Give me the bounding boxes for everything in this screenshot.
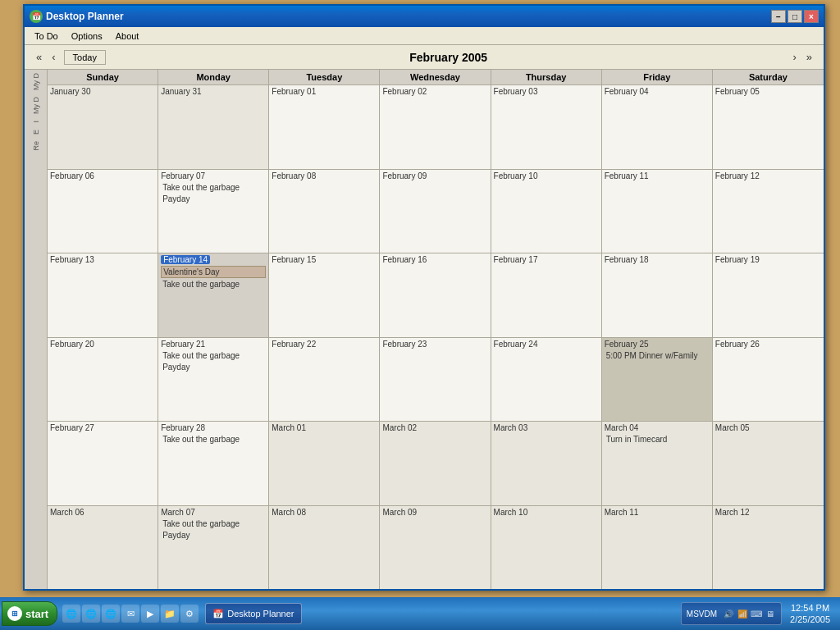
day-number: February 16	[382, 255, 487, 264]
day-cell[interactable]: February 05	[713, 85, 824, 169]
day-cell[interactable]: March 02	[380, 422, 491, 505]
day-cell[interactable]: March 03	[491, 422, 602, 505]
day-number: January 31	[161, 87, 266, 96]
day-cell[interactable]: February 17	[491, 253, 602, 337]
prev-prev-button[interactable]: «	[31, 49, 47, 65]
browser-icon[interactable]: 🌐	[82, 605, 100, 623]
ie-icon[interactable]: 🌐	[62, 605, 80, 623]
day-cell[interactable]: February 10	[491, 170, 602, 253]
day-cell[interactable]: March 07Take out the garbagePayday	[158, 506, 269, 590]
taskbar-app-button[interactable]: 📅 Desktop Planner	[205, 603, 301, 624]
day-number: February 01	[272, 87, 377, 96]
day-number: February 22	[272, 340, 377, 349]
calendar-event[interactable]: Take out the garbage	[161, 182, 266, 193]
desktop-planner-window: 📅 Desktop Planner − □ × To Do Options Ab…	[23, 4, 825, 591]
day-cell[interactable]: February 22	[269, 338, 380, 422]
day-number: February 05	[715, 87, 821, 96]
minimize-button[interactable]: −	[771, 10, 786, 23]
day-cell[interactable]: February 27	[48, 422, 158, 505]
day-number: February 14	[161, 255, 210, 264]
week-row: March 06March 07Take out the garbagePayd…	[48, 506, 824, 590]
menu-todo[interactable]: To Do	[28, 30, 65, 43]
start-button[interactable]: ⊞ start	[2, 601, 57, 626]
day-number: February 21	[161, 340, 266, 349]
menu-about[interactable]: About	[109, 30, 146, 43]
day-cell[interactable]: March 06	[48, 506, 158, 590]
day-cell[interactable]: March 11	[602, 506, 713, 590]
day-cell[interactable]: January 30	[48, 85, 158, 169]
calendar-event[interactable]: Take out the garbage	[161, 279, 266, 290]
calendar-event[interactable]: Payday	[161, 530, 266, 541]
day-number: March 06	[50, 508, 155, 517]
maximize-button[interactable]: □	[788, 10, 802, 23]
day-cell[interactable]: March 04Turn in Timecard	[602, 422, 713, 505]
prev-button[interactable]: ‹	[47, 49, 60, 65]
day-cell[interactable]: February 01	[269, 85, 380, 169]
calendar-event[interactable]: Take out the garbage	[161, 350, 266, 361]
left-panel-item: My D	[32, 97, 40, 114]
day-cell[interactable]: March 08	[269, 506, 380, 590]
header-friday: Friday	[602, 70, 713, 84]
day-cell[interactable]: February 23	[380, 338, 491, 422]
misc-icon[interactable]: 📁	[161, 605, 179, 623]
left-panel-item: I	[32, 121, 40, 123]
today-button[interactable]: Today	[64, 50, 106, 65]
calendar-event[interactable]: Take out the garbage	[161, 518, 266, 529]
day-cell[interactable]: February 04	[602, 85, 713, 169]
day-number: February 02	[382, 87, 487, 96]
day-cell[interactable]: February 12	[713, 170, 824, 253]
mail-icon[interactable]: ✉	[121, 605, 139, 623]
day-number: February 08	[272, 171, 377, 180]
day-cell[interactable]: February 255:00 PM Dinner w/Family	[602, 338, 713, 422]
day-number: March 09	[382, 508, 487, 517]
close-button[interactable]: ×	[804, 10, 819, 23]
day-cell[interactable]: February 02	[380, 85, 491, 169]
msvdm-label: MSVDM	[687, 609, 717, 619]
day-cell[interactable]: February 13	[48, 253, 158, 337]
day-number: February 04	[605, 87, 710, 96]
day-cell[interactable]: February 16	[380, 253, 491, 337]
day-cell[interactable]: March 10	[491, 506, 602, 590]
media-icon[interactable]: ▶	[141, 605, 159, 623]
windows-logo: ⊞	[7, 606, 22, 621]
day-cell[interactable]: February 28Take out the garbage	[158, 422, 269, 505]
calendar-event[interactable]: Payday	[161, 194, 266, 204]
day-cell[interactable]: February 21Take out the garbagePayday	[158, 338, 269, 422]
calendar-event[interactable]: Turn in Timecard	[605, 434, 710, 445]
day-cell[interactable]: February 11	[602, 170, 713, 253]
misc2-icon[interactable]: ⚙	[180, 605, 199, 623]
day-number: February 25	[605, 340, 710, 349]
day-cell[interactable]: March 01	[269, 422, 380, 505]
day-number: February 27	[50, 423, 155, 432]
day-cell[interactable]: March 12	[713, 506, 824, 590]
calendar-event[interactable]: Take out the garbage	[161, 434, 266, 445]
day-cell[interactable]: February 20	[48, 338, 158, 422]
day-cell[interactable]: March 09	[380, 506, 491, 590]
day-cell[interactable]: February 14Valentine's DayTake out the g…	[158, 253, 269, 337]
day-cell[interactable]: February 08	[269, 170, 380, 253]
day-cell[interactable]: February 15	[269, 253, 380, 337]
calendar-event[interactable]: 5:00 PM Dinner w/Family	[605, 350, 710, 361]
day-number: February 03	[494, 87, 599, 96]
day-cell[interactable]: March 05	[713, 422, 824, 505]
day-cell[interactable]: January 31	[158, 85, 269, 169]
calendar-event[interactable]: Valentine's Day	[161, 266, 266, 278]
day-cell[interactable]: February 19	[713, 253, 824, 337]
day-cell[interactable]: February 09	[380, 170, 491, 253]
day-number: February 09	[382, 171, 487, 180]
menu-options[interactable]: Options	[65, 30, 109, 43]
day-number: March 04	[605, 423, 710, 432]
day-cell[interactable]: February 03	[491, 85, 602, 169]
menu-bar: To Do Options About	[25, 27, 824, 45]
calendar-event[interactable]: Payday	[161, 362, 266, 372]
next-button[interactable]: ›	[788, 49, 801, 65]
next-next-button[interactable]: »	[801, 49, 817, 65]
calendar-grid: Sunday Monday Tuesday Wednesday Thursday…	[48, 70, 824, 589]
browser2-icon[interactable]: 🌐	[102, 605, 120, 623]
day-number: February 26	[715, 340, 821, 349]
day-cell[interactable]: February 24	[491, 338, 602, 422]
day-cell[interactable]: February 07Take out the garbagePayday	[158, 170, 269, 253]
day-cell[interactable]: February 18	[602, 253, 713, 337]
day-cell[interactable]: February 06	[48, 170, 158, 253]
day-cell[interactable]: February 26	[713, 338, 824, 422]
